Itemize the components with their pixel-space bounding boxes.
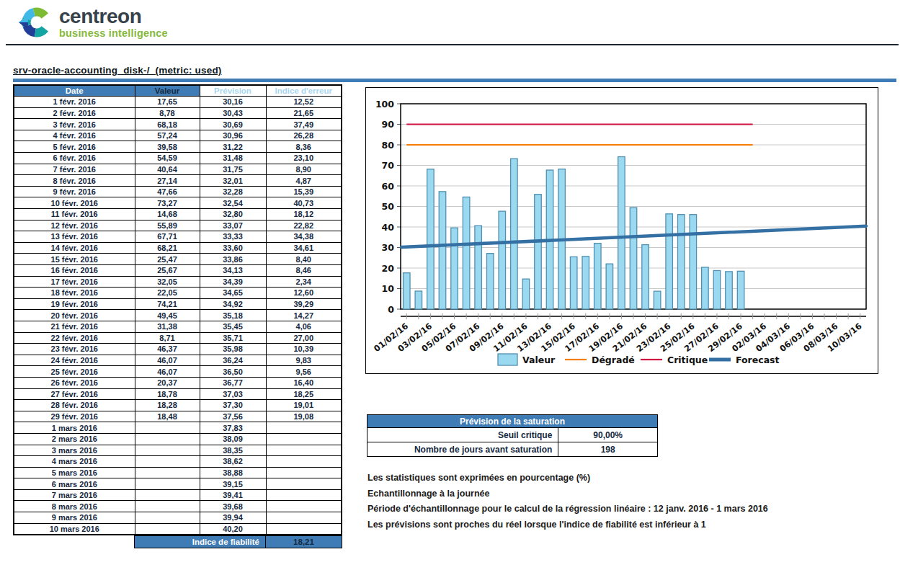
centreon-logo: centreon business intelligence: [18, 5, 168, 40]
y-axis-label: 80: [382, 140, 395, 151]
cell-valeur: [135, 478, 200, 490]
cell-valeur: 68,21: [135, 242, 200, 254]
cell-valeur: 49,45: [135, 310, 200, 321]
cell-erreur: 9,56: [266, 366, 342, 378]
col-header-valeur: Valeur: [135, 85, 200, 97]
reliability-label: Indice de fiabilité: [134, 535, 265, 548]
value-bar: [678, 215, 685, 309]
value-bar: [582, 257, 589, 309]
cell-prevision: 36,50: [200, 366, 266, 378]
cell-erreur: 8,46: [266, 265, 342, 277]
cell-prevision: 38,88: [200, 467, 266, 478]
value-bar: [451, 228, 458, 309]
cell-erreur: 16,40: [266, 377, 342, 388]
table-row: 3 févr. 201668,1830,6937,49: [14, 119, 342, 130]
cell-valeur: 40,64: [135, 164, 200, 175]
cell-valeur: 57,24: [135, 130, 200, 141]
cell-erreur: 34,38: [266, 231, 342, 243]
cell-date: 1 févr. 2016: [14, 97, 135, 108]
table-row: 1 févr. 201617,6530,1612,52: [14, 97, 342, 108]
cell-date: 6 févr. 2016: [14, 153, 135, 164]
cell-date: 9 févr. 2016: [14, 186, 135, 197]
y-axis-label: 40: [382, 222, 395, 233]
cell-valeur: [135, 456, 200, 468]
table-row: 29 févr. 201618,4837,5619,08: [14, 411, 342, 422]
cell-erreur: 18,25: [266, 388, 342, 400]
cell-prevision: 31,75: [200, 164, 266, 175]
table-row: 28 févr. 201618,2837,3019,01: [14, 400, 342, 411]
cell-valeur: [135, 489, 200, 501]
cell-prevision: 38,09: [200, 433, 266, 445]
cell-erreur: 12,52: [266, 97, 342, 108]
cell-erreur: 27,00: [266, 332, 342, 344]
cell-date: 8 févr. 2016: [14, 175, 135, 187]
value-bar: [511, 159, 518, 309]
cell-erreur: 37,49: [266, 119, 342, 130]
table-row: 9 mars 201639,94: [14, 512, 342, 524]
value-bar: [618, 157, 625, 309]
cell-date: 18 févr. 2016: [14, 288, 135, 299]
table-row: 18 févr. 201622,0534,6512,60: [14, 288, 342, 299]
cell-erreur: [266, 523, 342, 535]
cell-erreur: 39,29: [266, 298, 342, 310]
cell-erreur: [266, 467, 342, 478]
cell-valeur: 18,48: [135, 411, 200, 422]
cell-prevision: 33,33: [200, 231, 266, 243]
days-before-saturation-value: 198: [558, 442, 658, 457]
cell-erreur: 8,36: [266, 141, 342, 153]
table-row: 19 févr. 201674,2134,9239,29: [14, 298, 342, 310]
cell-date: 3 févr. 2016: [14, 119, 135, 130]
saturation-table: Prévision de la saturation Seuil critiqu…: [367, 414, 658, 457]
cell-erreur: [266, 456, 342, 468]
table-row: 20 févr. 201649,4535,1814,27: [14, 310, 342, 321]
cell-prevision: 30,96: [200, 130, 266, 141]
forecast-chart: 010203040506070809010001/02/1603/02/1605…: [365, 87, 878, 374]
cell-prevision: 32,28: [200, 186, 266, 197]
cell-erreur: 26,28: [266, 130, 342, 141]
y-axis-label: 90: [382, 119, 395, 130]
cell-valeur: 68,18: [135, 119, 200, 130]
cell-prevision: 32,80: [200, 209, 266, 220]
table-row: 7 mars 201639,41: [14, 489, 342, 501]
cell-erreur: 21,65: [266, 107, 342, 119]
cell-erreur: 4,87: [266, 175, 342, 187]
value-bar: [486, 254, 494, 309]
cell-date: 12 févr. 2016: [14, 220, 135, 231]
value-bar: [702, 267, 709, 309]
table-row: 25 févr. 201646,0736,509,56: [14, 366, 342, 378]
table-row: 15 févr. 201625,4733,868,40: [14, 254, 342, 265]
table-row: 4 mars 201638,62: [14, 456, 342, 468]
cell-date: 22 févr. 2016: [14, 332, 135, 344]
cell-prevision: 37,83: [200, 422, 266, 434]
cell-date: 4 févr. 2016: [14, 130, 135, 141]
cell-valeur: [135, 433, 200, 445]
table-row: 5 févr. 201639,5831,228,36: [14, 141, 342, 153]
cell-date: 17 févr. 2016: [14, 276, 135, 288]
table-row: 2 mars 201638,09: [14, 433, 342, 445]
table-row: 12 févr. 201655,8933,0722,82: [14, 220, 342, 231]
cell-prevision: 37,03: [200, 388, 266, 400]
cell-valeur: 20,37: [135, 377, 200, 388]
table-header-row: Date Valeur Prévision Indice d'erreur: [14, 85, 342, 97]
cell-prevision: 37,56: [200, 411, 266, 422]
table-row: 3 mars 201638,35: [14, 445, 342, 456]
cell-prevision: 34,65: [200, 288, 266, 299]
cell-prevision: 32,01: [200, 175, 266, 187]
legend-valeur-swatch: [498, 354, 517, 365]
cell-prevision: 30,16: [200, 97, 266, 108]
y-axis-label: 20: [382, 263, 395, 274]
cell-erreur: [266, 501, 342, 512]
cell-date: 10 mars 2016: [14, 523, 135, 535]
cell-valeur: 46,37: [135, 344, 200, 355]
critical-threshold-value: 90,00%: [558, 428, 658, 442]
y-axis-label: 60: [382, 181, 395, 192]
cell-valeur: [135, 512, 200, 524]
cell-date: 29 févr. 2016: [14, 411, 135, 422]
value-bar: [666, 214, 673, 309]
table-row: 14 févr. 201668,2133,6034,61: [14, 242, 342, 254]
days-before-saturation-label: Nombre de jours avant saturation: [367, 442, 558, 457]
cell-date: 2 févr. 2016: [14, 107, 135, 119]
col-header-date: Date: [14, 85, 135, 97]
value-bar: [427, 169, 435, 309]
value-bar: [594, 244, 602, 309]
